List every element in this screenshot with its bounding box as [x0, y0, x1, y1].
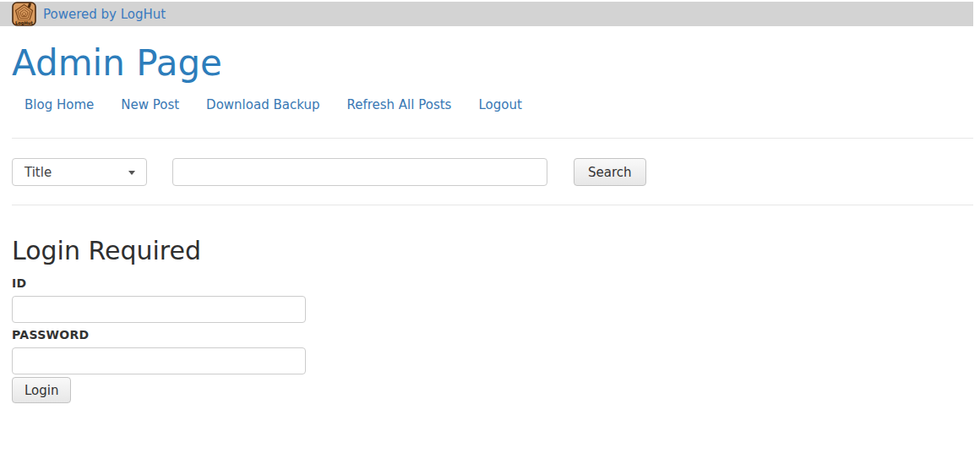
id-label: ID: [12, 276, 973, 290]
search-input[interactable]: [172, 158, 547, 186]
nav-link-download-backup[interactable]: Download Backup: [206, 97, 319, 112]
search-filter-selected-value: Title: [24, 165, 52, 180]
svg-text:LogHut: LogHut: [15, 20, 34, 26]
topbar: LogHut Powered by LogHut: [0, 2, 973, 26]
search-bar: Title Search: [12, 158, 973, 186]
nav-link-new-post[interactable]: New Post: [121, 97, 179, 112]
page-title: Admin Page: [12, 43, 973, 84]
main-content: Admin Page Blog Home New Post Download B…: [12, 43, 973, 403]
loghut-logo[interactable]: LogHut: [12, 2, 36, 26]
login-form: ID PASSWORD Login: [12, 276, 973, 403]
powered-by-link[interactable]: Powered by LogHut: [43, 7, 166, 22]
search-filter-select[interactable]: Title: [12, 158, 147, 186]
divider-top: [12, 138, 973, 139]
login-button[interactable]: Login: [12, 377, 71, 403]
search-button[interactable]: Search: [574, 158, 646, 186]
password-label: PASSWORD: [12, 328, 973, 342]
id-field[interactable]: [12, 296, 306, 323]
admin-nav: Blog Home New Post Download Backup Refre…: [12, 97, 973, 112]
divider-bottom: [12, 205, 973, 205]
nav-link-logout[interactable]: Logout: [478, 97, 521, 112]
password-field[interactable]: [12, 347, 306, 374]
chevron-down-icon: [128, 171, 135, 175]
login-heading: Login Required: [12, 237, 973, 265]
nav-link-refresh-all-posts[interactable]: Refresh All Posts: [346, 97, 451, 112]
nav-link-blog-home[interactable]: Blog Home: [24, 97, 94, 112]
loghut-logo-icon: LogHut: [12, 2, 36, 26]
